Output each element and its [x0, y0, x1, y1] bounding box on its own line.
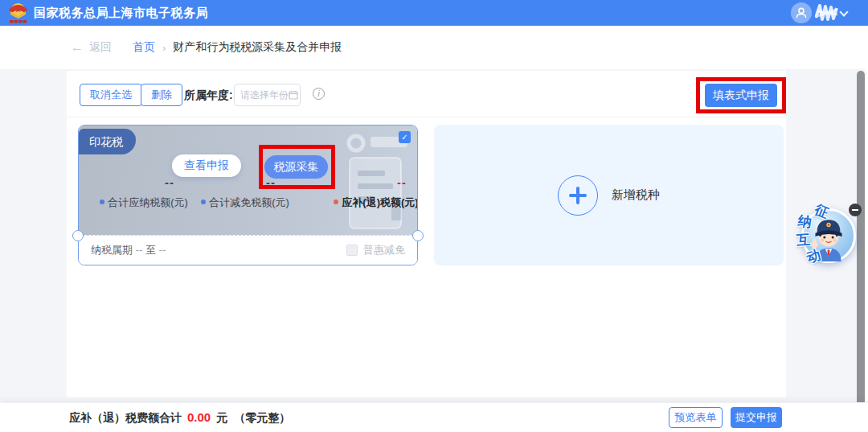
breadcrumb: 首页 › 财产和行为税税源采集及合并申报 — [133, 40, 342, 55]
amount-in-words: （零元整） — [234, 411, 290, 426]
tax-type-badge: 印花税 — [79, 129, 136, 154]
footer-bar: 应补（退）税费额合计 0.00 元 （零元整） 预览表单 提交申报 — [0, 402, 868, 432]
calendar-icon — [289, 90, 298, 100]
delete-button[interactable]: 删除 — [141, 84, 182, 106]
stamp-tax-card-bottom: 纳税属期 -- 至 -- 普惠减免 — [79, 235, 417, 265]
period-to: 至 — [145, 244, 156, 256]
redacted-username-scribble — [815, 3, 839, 23]
app-header: 国家税务总局上海市电子税务局 — [0, 0, 868, 26]
back-arrow-icon: ← — [71, 40, 84, 55]
stat-label: 合计减免税额(元) — [189, 195, 301, 210]
period-label: 纳税属期 — [91, 244, 133, 256]
add-tax-type-label: 新增税种 — [612, 187, 660, 203]
minimize-widget-button[interactable] — [849, 204, 862, 216]
tax-emblem-logo — [7, 2, 29, 24]
toolbar-divider — [67, 117, 786, 117]
cancel-select-all-button[interactable]: 取消全选 — [80, 84, 142, 106]
app-title: 国家税务总局上海市电子税务局 — [34, 0, 208, 26]
tax-officer-mascot — [804, 212, 854, 261]
bullet-dot-icon — [201, 200, 206, 204]
ticket-notch-right — [412, 230, 424, 241]
footer-actions: 预览表单 提交申报 — [669, 407, 782, 428]
stat-label: 合计应纳税额(元) — [88, 195, 200, 210]
total-amount: 0.00 — [187, 410, 211, 424]
breadcrumb-bar: ← 返回 首页 › 财产和行为税税源采集及合并申报 — [0, 26, 868, 69]
main-panel: 取消全选 删除 所属年度: i 填表式申报 — [67, 71, 786, 397]
benefit-checkbox[interactable] — [346, 245, 358, 256]
user-icon — [795, 6, 808, 19]
total-summary: 应补（退）税费额合计 0.00 元 （零元整） — [69, 410, 290, 426]
year-input[interactable] — [240, 89, 289, 101]
user-avatar[interactable] — [791, 2, 812, 23]
back-button[interactable]: ← 返回 — [71, 40, 112, 55]
total-label: 应补（退）税费额合计 — [69, 411, 182, 426]
page: 国家税务总局上海市电子税务局 ← 返回 首页 › 财产和行为税税源采集及合并申报… — [0, 0, 868, 432]
bullet-dot-icon — [100, 200, 104, 204]
tax-period: 纳税属期 -- 至 -- — [91, 243, 166, 257]
card-checkbox-checked[interactable]: ✓ — [399, 131, 411, 143]
stat-refund-due: -- 应补(退)税额(元) — [320, 175, 417, 210]
stat-value: -- — [397, 175, 407, 189]
benefit-label: 普惠减免 — [363, 243, 405, 257]
vertical-scrollbar[interactable] — [857, 71, 865, 409]
chevron-down-icon[interactable] — [839, 7, 848, 16]
form-declare-button[interactable]: 填表式申报 — [705, 84, 777, 107]
info-icon[interactable]: i — [313, 88, 325, 100]
stamp-tax-card-top: 印花税 ✓ 查看申报 税源采集 -- 合计应纳税额(元) -- 合计减免税额(元… — [79, 125, 417, 236]
stat-total-payable: -- 合计应纳税额(元) — [88, 175, 200, 210]
benefit-reduction: 普惠减免 — [346, 243, 405, 257]
breadcrumb-separator: › — [162, 42, 166, 54]
add-tax-type-card[interactable]: 新增税种 — [434, 125, 784, 265]
bullet-dot-icon — [334, 200, 338, 204]
preview-form-button[interactable]: 预览表单 — [669, 407, 723, 428]
period-end: -- — [159, 244, 166, 256]
ticket-notch-left — [72, 230, 84, 241]
stat-total-reduction: -- 合计减免税额(元) — [189, 175, 301, 210]
year-label: 所属年度: — [184, 88, 233, 103]
period-start: -- — [136, 244, 143, 256]
tax-assistant-widget[interactable] — [801, 208, 856, 263]
year-picker[interactable] — [234, 84, 301, 106]
submit-declaration-button[interactable]: 提交申报 — [731, 407, 782, 428]
stamp-tax-card[interactable]: 印花税 ✓ 查看申报 税源采集 -- 合计应纳税额(元) -- 合计减免税额(元… — [78, 125, 418, 265]
stat-label: 应补(退)税额(元) — [320, 195, 417, 210]
breadcrumb-current: 财产和行为税税源采集及合并申报 — [173, 40, 342, 55]
amount-unit: 元 — [216, 411, 227, 426]
view-declaration-button[interactable]: 查看申报 — [172, 154, 241, 177]
stat-value: -- — [165, 175, 174, 189]
right-edge — [865, 26, 868, 432]
stat-value: -- — [266, 175, 276, 189]
breadcrumb-home-link[interactable]: 首页 — [133, 40, 155, 55]
back-label: 返回 — [89, 40, 112, 55]
plus-icon — [558, 175, 598, 216]
